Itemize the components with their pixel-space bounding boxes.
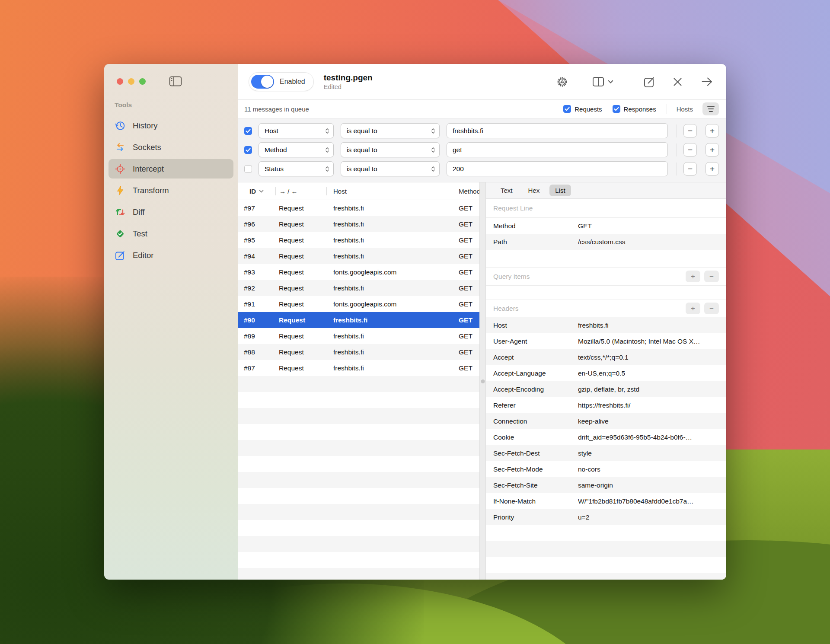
- column-header-id[interactable]: ID: [238, 182, 276, 200]
- remove-header-button[interactable]: −: [704, 303, 719, 314]
- kv-row-empty: [486, 573, 726, 580]
- kv-row[interactable]: Sec-Fetch-Deststyle: [486, 445, 726, 461]
- kv-row[interactable]: Sec-Fetch-Sitesame-origin: [486, 477, 726, 493]
- kv-row[interactable]: Priorityu=2: [486, 509, 726, 525]
- queue-bar: 11 messages in queue Requests Responses …: [238, 99, 726, 118]
- compose-edit-icon[interactable]: [644, 76, 655, 88]
- filter-field-select[interactable]: Host: [259, 123, 334, 138]
- kv-row[interactable]: Refererhttps://freshbits.fi/: [486, 397, 726, 413]
- hosts-label[interactable]: Hosts: [677, 105, 693, 113]
- add-filter-button[interactable]: +: [706, 143, 719, 156]
- table-row[interactable]: #94Requestfreshbits.fiGET: [238, 248, 479, 264]
- column-header-host[interactable]: Host: [327, 182, 452, 200]
- filter-operator-select[interactable]: is equal to: [341, 161, 440, 176]
- remove-filter-button[interactable]: −: [683, 143, 697, 156]
- sidebar-toggle-icon[interactable]: [169, 76, 182, 86]
- filter-value-input[interactable]: [447, 142, 668, 157]
- table-row-selected[interactable]: #90Requestfreshbits.fiGET: [238, 312, 479, 328]
- table-row[interactable]: #96Requestfreshbits.fiGET: [238, 216, 479, 232]
- filter-field-select[interactable]: Status: [259, 161, 334, 176]
- table-row[interactable]: #93Requestfonts.googleapis.comGET: [238, 264, 479, 280]
- close-window-button[interactable]: [117, 78, 123, 85]
- add-header-button[interactable]: +: [686, 303, 700, 314]
- kv-row[interactable]: Accepttext/css,*/*;q=0.1: [486, 349, 726, 365]
- sidebar-item-sockets[interactable]: Sockets: [109, 137, 233, 157]
- document-title: testing.pgen: [324, 73, 373, 83]
- filter-enabled-checkbox[interactable]: [244, 127, 252, 135]
- tab-hex[interactable]: Hex: [523, 185, 546, 196]
- table-row[interactable]: #97Requestfreshbits.fiGET: [238, 200, 479, 216]
- kv-row[interactable]: User-AgentMozilla/5.0 (Macintosh; Intel …: [486, 333, 726, 349]
- table-row[interactable]: #88Requestfreshbits.fiGET: [238, 344, 479, 360]
- column-header-method[interactable]: Method: [452, 182, 479, 200]
- stepper-icon: [325, 128, 329, 134]
- kv-row[interactable]: Connectionkeep-alive: [486, 413, 726, 429]
- kv-row[interactable]: Hostfreshbits.fi: [486, 317, 726, 333]
- table-row-empty: [238, 456, 479, 472]
- filter-operator-select[interactable]: is equal to: [341, 142, 440, 157]
- section-title: Query Items: [493, 273, 530, 281]
- sidebar-item-history[interactable]: History: [109, 116, 233, 135]
- kv-row[interactable]: If-None-MatchW/"1fb2bd81fb7b80e48afdd0e1…: [486, 493, 726, 509]
- enabled-pill: Enabled: [249, 72, 314, 91]
- table-row-empty: [238, 392, 479, 408]
- table-row[interactable]: #92Requestfreshbits.fiGET: [238, 280, 479, 296]
- remove-filter-button[interactable]: −: [683, 162, 697, 175]
- add-filter-button[interactable]: +: [706, 124, 719, 137]
- sort-chevron-icon: [259, 190, 264, 193]
- add-filter-button[interactable]: +: [706, 162, 719, 175]
- split-drag-handle[interactable]: [479, 182, 486, 580]
- tab-text[interactable]: Text: [495, 185, 518, 196]
- sidebar-item-label: Editor: [133, 251, 153, 260]
- sidebar-item-intercept[interactable]: Intercept: [109, 159, 233, 179]
- remove-query-item-button[interactable]: −: [704, 271, 719, 282]
- kv-row[interactable]: Accept-Encodinggzip, deflate, br, zstd: [486, 381, 726, 397]
- filter-field-select[interactable]: Method: [259, 142, 334, 157]
- queue-status-text: 11 messages in queue: [244, 105, 309, 113]
- enabled-toggle[interactable]: [251, 75, 274, 89]
- sidebar-item-test[interactable]: Test: [109, 224, 233, 243]
- table-row[interactable]: #89Requestfreshbits.fiGET: [238, 328, 479, 344]
- filter-lines-icon: [707, 106, 715, 107]
- table-row[interactable]: #91Requestfonts.googleapis.comGET: [238, 296, 479, 312]
- traffic-lights: [117, 78, 146, 85]
- kv-row[interactable]: Sec-Fetch-Modeno-cors: [486, 461, 726, 477]
- responses-checkbox[interactable]: [613, 105, 620, 113]
- column-header-direction[interactable]: → / ←: [276, 182, 327, 200]
- filter-value-input[interactable]: [447, 123, 668, 138]
- arrow-right-icon[interactable]: [701, 77, 713, 87]
- filter-lines-button[interactable]: [702, 102, 719, 115]
- sidebar-item-transform[interactable]: Transform: [109, 181, 233, 200]
- layout-columns-button[interactable]: [593, 77, 613, 86]
- table-row[interactable]: #87Requestfreshbits.fiGET: [238, 360, 479, 376]
- requests-label: Requests: [575, 105, 602, 113]
- zoom-window-button[interactable]: [139, 78, 146, 85]
- filter-row-method: Method is equal to − +: [244, 142, 719, 157]
- traffic-table: ID → / ← Host Method #97Requestfr: [238, 182, 479, 580]
- kv-row[interactable]: Path /css/custom.css: [486, 234, 726, 250]
- kv-row[interactable]: Method GET: [486, 218, 726, 234]
- filter-value-input[interactable]: [447, 161, 668, 176]
- kv-row[interactable]: Cookiedrift_aid=e95d63f6-95b5-4b24-b0f6-…: [486, 429, 726, 445]
- filter-enabled-checkbox[interactable]: [244, 146, 252, 154]
- sidebar-item-diff[interactable]: Diff: [109, 202, 233, 222]
- remove-filter-button[interactable]: −: [683, 124, 697, 137]
- filter-operator-select[interactable]: is equal to: [341, 123, 440, 138]
- sidebar-item-label: History: [133, 121, 158, 131]
- table-row-empty: [238, 376, 479, 392]
- settings-gear-icon[interactable]: [556, 76, 568, 88]
- toggle-knob: [261, 76, 273, 88]
- sidebar-item-editor[interactable]: Editor: [109, 245, 233, 265]
- requests-checkbox[interactable]: [563, 105, 571, 113]
- table-row[interactable]: #95Requestfreshbits.fiGET: [238, 232, 479, 248]
- lightning-bolt-icon: [115, 185, 126, 196]
- chevron-down-icon: [608, 80, 613, 84]
- filter-enabled-checkbox[interactable]: [244, 165, 252, 173]
- kv-row[interactable]: Accept-Languageen-US,en;q=0.5: [486, 365, 726, 381]
- close-x-icon[interactable]: [673, 77, 683, 87]
- add-query-item-button[interactable]: +: [686, 271, 700, 282]
- minimize-window-button[interactable]: [128, 78, 134, 85]
- tab-list[interactable]: List: [549, 185, 571, 196]
- section-title: Headers: [493, 305, 519, 312]
- section-gap: [486, 286, 726, 300]
